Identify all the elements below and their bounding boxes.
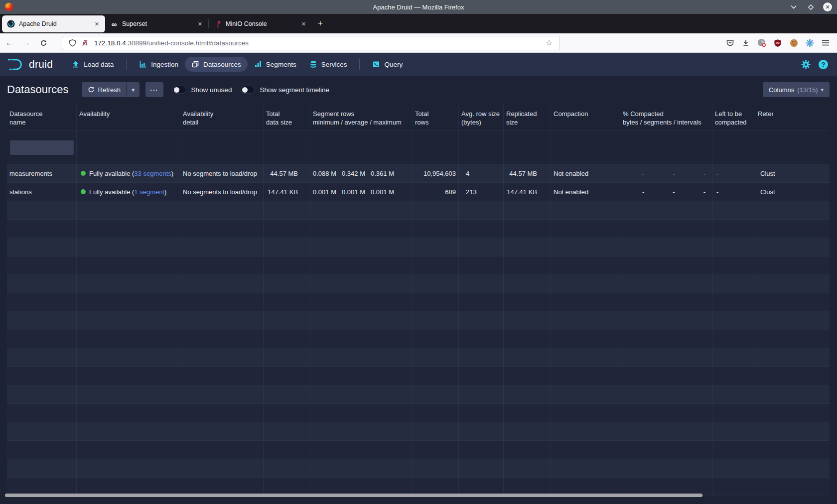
new-tab-button[interactable]: +	[312, 18, 329, 33]
tab-close-icon[interactable]: ✕	[196, 20, 204, 28]
url-text[interactable]: 172.18.0.4:30899/unified-console.html#da…	[94, 39, 543, 47]
nav-item-label: Ingestion	[151, 61, 178, 68]
menu-hamburger-icon[interactable]	[821, 38, 830, 47]
browser-tab-bar: Apache Druid ✕ ∞ Superset ✕ MinIO Consol…	[0, 14, 837, 33]
cell-pct-compacted: ---	[620, 164, 712, 182]
refresh-label: Refresh	[98, 86, 121, 94]
nav-item-query[interactable]: Query	[366, 57, 409, 72]
ublock-icon[interactable]: UO	[773, 38, 782, 47]
toggle-knob	[174, 87, 179, 93]
tab-superset[interactable]: ∞ Superset ✕	[105, 15, 208, 32]
show-segment-timeline-label: Show segment timeline	[260, 86, 329, 94]
cell-segment-rows: 0.088 M0.342 M0.361 M	[310, 164, 413, 182]
tab-title: Superset	[122, 20, 196, 27]
show-segment-timeline-toggle[interactable]	[241, 86, 255, 94]
col-header-total-data-size[interactable]: Totaldata size	[264, 104, 310, 130]
extension-disabled-icon[interactable]	[757, 38, 766, 47]
col-header-pct-compacted[interactable]: % Compactedbytes / segments / intervals	[620, 104, 712, 130]
sparkle-extension-icon[interactable]	[805, 38, 814, 47]
col-header-replicated-size[interactable]: Replicatedsize	[504, 104, 551, 130]
nav-item-label: Load data	[84, 61, 114, 68]
window-minimize-icon[interactable]	[789, 2, 798, 11]
tab-title: Apache Druid	[19, 20, 93, 27]
datasources-table: Datasourcename Availability Availability…	[7, 104, 830, 496]
ingestion-icon	[139, 60, 147, 68]
nav-item-segments[interactable]: Segments	[248, 57, 303, 72]
reload-button[interactable]	[36, 36, 51, 50]
downloads-icon[interactable]	[741, 38, 750, 47]
window-close-icon[interactable]: ✕	[823, 2, 832, 11]
segments-link[interactable]: 1 segment	[134, 188, 164, 196]
tab-close-icon[interactable]: ✕	[299, 20, 308, 28]
datasource-name-filter-input[interactable]	[10, 140, 74, 155]
nav-item-load-data[interactable]: Load data	[65, 57, 120, 72]
col-header-total-rows[interactable]: Totalrows	[413, 104, 459, 130]
refresh-button[interactable]: Refresh	[82, 82, 127, 97]
status-dot-green	[81, 171, 86, 176]
segments-link[interactable]: 33 segments	[134, 170, 171, 177]
datasources-icon	[191, 60, 199, 68]
segments-icon	[254, 60, 262, 68]
col-header-retention[interactable]: Retention	[755, 104, 830, 130]
nav-item-label: Services	[321, 61, 347, 68]
url-path: :30899/unified-console.html#datasources	[126, 39, 249, 47]
tab-apache-druid[interactable]: Apache Druid ✕	[2, 15, 105, 32]
table-row-empty	[7, 385, 830, 404]
show-unused-toggle[interactable]	[172, 86, 186, 94]
back-button[interactable]: ←	[2, 36, 17, 50]
col-header-compaction[interactable]: Compaction	[551, 104, 620, 130]
nav-item-datasources[interactable]: Datasources	[185, 57, 248, 72]
refresh-dropdown-button[interactable]: ▾	[127, 82, 140, 97]
col-header-availability[interactable]: Availability	[77, 104, 180, 130]
cell-total-rows: 10,954,603	[413, 164, 459, 182]
services-icon	[309, 60, 317, 68]
nav-item-ingestion[interactable]: Ingestion	[133, 57, 185, 72]
query-icon	[372, 60, 380, 68]
nav-divider	[59, 59, 59, 70]
table-row-empty	[7, 330, 830, 349]
cell-total-data-size: 147.41 KB	[264, 183, 310, 201]
table-row-empty	[7, 293, 830, 312]
druid-brand[interactable]: druid	[7, 57, 53, 71]
table-row-empty	[7, 441, 830, 459]
cell-avg-row-size: 213	[459, 183, 504, 201]
table-row-empty	[7, 312, 830, 330]
col-header-avg-row-size[interactable]: Avg. row size(bytes)	[459, 104, 504, 130]
cell-pct-compacted: ---	[620, 183, 712, 201]
cell-avg-row-size: 4	[459, 164, 504, 182]
col-header-datasource-name[interactable]: Datasourcename	[7, 104, 77, 130]
columns-button[interactable]: Columns (13/15) ▾	[763, 82, 830, 97]
table-row-empty	[7, 422, 830, 441]
tab-minio-console[interactable]: MinIO Console ✕	[209, 15, 312, 32]
col-header-availability-detail[interactable]: Availabilitydetail	[180, 104, 264, 130]
forward-button: →	[19, 36, 34, 50]
table-row-empty	[7, 349, 830, 367]
shield-icon[interactable]	[69, 39, 76, 47]
insecure-lock-icon[interactable]	[81, 39, 89, 47]
horizontal-scrollbar-thumb[interactable]	[5, 494, 702, 497]
druid-logo-icon	[7, 57, 25, 71]
cell-left-to-compact: -	[712, 183, 755, 201]
cell-replicated-size: 44.57 MB	[504, 164, 551, 182]
url-bar[interactable]: 172.18.0.4:30899/unified-console.html#da…	[62, 36, 560, 50]
col-header-left-to-compact[interactable]: Left to becompacted	[712, 104, 755, 130]
bookmark-star-icon[interactable]: ☆	[543, 38, 556, 47]
table-row-empty	[7, 238, 830, 256]
status-dot-green	[81, 189, 86, 194]
nav-item-services[interactable]: Services	[303, 57, 354, 72]
cell-availability-detail: No segments to load/drop	[180, 164, 264, 182]
columns-count: (13/15)	[797, 86, 818, 94]
col-header-segment-rows[interactable]: Segment rowsminimum / average / maximum	[310, 104, 413, 130]
more-actions-button[interactable]: ···	[145, 82, 163, 97]
druid-favicon-icon	[7, 20, 15, 28]
tab-close-icon[interactable]: ✕	[93, 20, 101, 28]
cookie-extension-icon[interactable]	[789, 38, 798, 47]
help-icon[interactable]: ?	[819, 60, 828, 69]
browser-toolbar: ← → 172.18.0.4:30899/unified-console.htm…	[0, 33, 837, 53]
tab-title: MinIO Console	[226, 20, 299, 27]
nav-item-label: Query	[384, 61, 403, 68]
table-row-empty	[7, 275, 830, 293]
pocket-icon[interactable]	[725, 38, 734, 47]
settings-gear-icon[interactable]	[801, 60, 811, 69]
window-maximize-icon[interactable]	[806, 2, 815, 11]
